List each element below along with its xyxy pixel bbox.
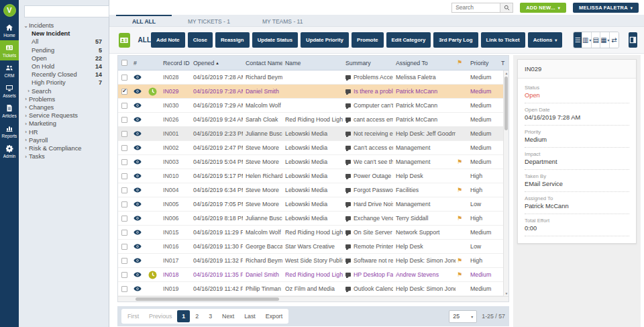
eye-icon[interactable] (133, 187, 142, 193)
vertical-scroll-thumb[interactable] (504, 77, 508, 130)
sidebar-item-crm[interactable]: CRM (0, 60, 19, 81)
detail-panel-toggle[interactable] (629, 32, 637, 48)
eye-icon[interactable] (133, 272, 142, 277)
search-input[interactable] (451, 3, 500, 13)
sidebar-item-admin[interactable]: Admin (0, 141, 19, 161)
tree-item-pending[interactable]: Pending 5 (19, 46, 109, 54)
Oz Film and Media[interactable]: IN019 04/16/2019 11:42 PM Philip Tinman … (118, 282, 508, 296)
column-header-opened[interactable]: Opened ▴ (191, 60, 243, 66)
eye-icon[interactable] (133, 201, 142, 207)
eye-icon[interactable] (133, 286, 142, 291)
eye-icon[interactable] (133, 131, 142, 136)
Lebowski Media[interactable]: IN002 04/16/2019 2:47 PM Steve Moore Leb… (118, 141, 508, 155)
scroll-down-icon[interactable]: ▼ (504, 291, 508, 295)
eye-icon[interactable] (133, 216, 142, 221)
sidebar-item-tickets[interactable]: Tickets (0, 40, 19, 60)
third-party-log-button[interactable]: 3rd Party Log (433, 32, 478, 48)
eye-icon[interactable] (133, 258, 142, 263)
row-checkbox[interactable] (121, 230, 127, 236)
row-checkbox[interactable] (121, 201, 127, 207)
column-header-record-id[interactable]: Record ID (160, 60, 191, 66)
column-header-flag[interactable]: ⚑ (455, 60, 468, 66)
search-icon[interactable] (500, 3, 513, 13)
app-logo[interactable]: V (0, 0, 19, 20)
first-page-button[interactable]: First (123, 310, 144, 322)
select-all-checkbox[interactable] (121, 60, 127, 66)
row-checkbox[interactable] (121, 286, 127, 292)
eye-icon[interactable] (133, 89, 142, 94)
column-header-contact[interactable]: Contact Name (243, 60, 282, 66)
sidebar-item-home[interactable]: Home (0, 20, 19, 40)
tree-item-problems[interactable]: › Problems (19, 95, 109, 103)
page-1-button[interactable]: 1 (177, 310, 190, 322)
tree-item-open[interactable]: Open 22 (19, 54, 109, 62)
tree-item-payroll[interactable]: › Payroll (19, 136, 109, 144)
eye-icon[interactable] (133, 159, 142, 165)
tab-all-all[interactable]: ALL ALL (116, 15, 172, 26)
card-view-icon[interactable]: ▤ (592, 32, 600, 48)
row-checkbox[interactable] (121, 216, 127, 222)
last-page-button[interactable]: Last (239, 310, 260, 322)
eye-icon[interactable] (133, 173, 142, 179)
row-checkbox[interactable] (121, 258, 127, 264)
Lebowski Media[interactable]: IN006 04/16/2019 8:18 PM Julianne Buscem… (118, 212, 508, 226)
Lebowski Media[interactable]: IN003 04/16/2019 5:04 PM Steve Moore Leb… (118, 155, 508, 169)
column-header-name[interactable]: Name (282, 60, 343, 66)
row-checkbox[interactable] (121, 131, 127, 137)
vertical-scrollbar[interactable]: ▲ ▼ (503, 71, 508, 296)
column-header-summary[interactable]: Summary (343, 60, 393, 66)
tree-item-on-hold[interactable]: On Hold 14 (19, 62, 109, 71)
row-checkbox[interactable] (121, 117, 127, 123)
tree-item-all[interactable]: All 57 (19, 38, 109, 46)
row-checkbox[interactable] (121, 145, 127, 151)
row-checkbox[interactable] (121, 75, 127, 81)
horizontal-scrollbar[interactable] (118, 296, 508, 301)
tree-item-recently-closed[interactable]: Recently Closed 14 (19, 71, 109, 79)
calendar-view-icon[interactable]: ▦ ▾ (600, 32, 610, 48)
horizontal-scroll-thumb[interactable] (136, 297, 279, 301)
Lebowski Media[interactable]: IN004 04/16/2019 6:34 PM Steve Moore Leb… (118, 183, 508, 197)
update-status-button[interactable]: Update Status (252, 32, 298, 48)
tree-item-hr[interactable]: › HR (19, 128, 109, 136)
sidebar-item-assets[interactable]: Assets (0, 81, 19, 101)
queue-icon[interactable] (119, 33, 130, 48)
row-checkbox[interactable] (121, 272, 127, 278)
tree-item-incidents[interactable]: ⌄ Incidents (19, 21, 109, 30)
row-checkbox[interactable]: ✔ (121, 89, 127, 95)
table-row[interactable]: IN028 04/16/2019 7:28 AM Richard Beymer … (118, 71, 508, 85)
table-row[interactable]: ✔ IN029 04/16/2019 7:28 AM Daniel Smith … (118, 85, 508, 99)
close-button[interactable]: Close (188, 32, 213, 48)
Red Riding Hood Lighting[interactable]: IN026 04/16/2019 9:24 AM Sarah Cloak Red… (118, 113, 508, 127)
reassign-button[interactable]: Reassign (215, 32, 250, 48)
scroll-up-icon[interactable]: ▲ (504, 71, 508, 75)
column-view-icon[interactable]: ▥ ▾ (582, 32, 592, 48)
Lebowski Media[interactable]: IN005 04/16/2019 7:05 PM Steve Moore Leb… (118, 197, 508, 212)
eye-icon[interactable] (133, 244, 142, 249)
tree-item-service-requests[interactable]: › Service Requests (19, 111, 109, 120)
tree-filter-input[interactable] (24, 5, 109, 17)
tree-item-changes[interactable]: › Changes (19, 103, 109, 111)
link-to-ticket-button[interactable]: Link to Ticket (481, 32, 525, 48)
Lebowski Media[interactable]: IN010 04/16/2019 5:17 PM Helen Richards … (118, 169, 508, 183)
West Side Story Publishing[interactable]: IN017 04/16/2019 11:32 PM Richard Beymer… (118, 254, 508, 268)
eye-icon[interactable] (133, 75, 142, 80)
tree-item-tasks[interactable]: › Tasks (19, 152, 109, 160)
column-header-num[interactable]: # (131, 60, 147, 66)
Star Wars Creative[interactable]: IN016 04/16/2019 11:30 PM George Bacca S… (118, 240, 508, 254)
tab-my-teams[interactable]: MY TEAMS - 11 (246, 15, 319, 26)
export-button[interactable]: Export (261, 310, 287, 322)
page-3-button[interactable]: 3 (204, 310, 217, 322)
list-view-icon[interactable]: ☰ (574, 32, 582, 48)
add-new-button[interactable]: ADD NEW... ▾ (520, 3, 566, 13)
column-header-priority[interactable]: Priority (468, 60, 500, 66)
row-checkbox[interactable] (121, 103, 127, 109)
table-row[interactable]: IN030 04/16/2019 7:29 AM Malcolm Wolf Co… (118, 99, 508, 113)
eye-icon[interactable] (133, 117, 142, 122)
Red Riding Hood Lighting[interactable]: IN015 04/16/2019 11:29 PM Malcolm Wolf R… (118, 226, 508, 240)
column-header-assigned[interactable]: Assigned To (393, 60, 455, 66)
row-checkbox[interactable] (121, 244, 127, 250)
previous-page-button[interactable]: Previous (144, 310, 176, 322)
row-checkbox[interactable] (121, 173, 127, 179)
page-size-select[interactable]: 25 ▾ (449, 310, 477, 323)
add-note-button[interactable]: Add Note (151, 32, 185, 48)
